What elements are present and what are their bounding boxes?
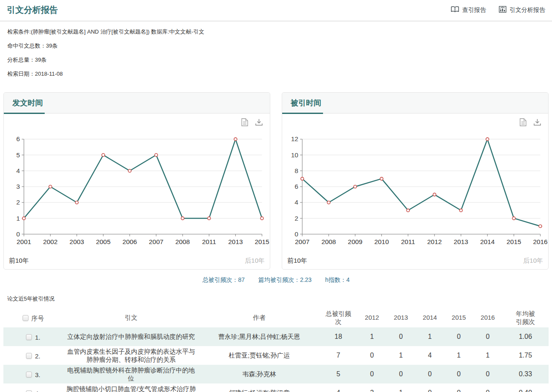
total-cited: 7	[319, 346, 358, 365]
col-avg-cited: 年均被引频次	[502, 308, 549, 327]
table-row: 3.电视辅助胸腔镜外科在肺肿瘤诊断治疗中的地位韦森;孙克林5000000.33	[3, 365, 549, 383]
svg-text:2006: 2006	[123, 238, 137, 245]
col-2012: 2012	[358, 308, 386, 327]
last-decade-label: 后10年	[245, 257, 265, 265]
row-index: 3.	[35, 371, 40, 378]
analysis-total: 分析总量：39条	[7, 56, 545, 64]
col-2014: 2014	[415, 308, 444, 327]
cited-time-title: 被引时间	[291, 99, 321, 107]
svg-text:2005: 2005	[96, 238, 111, 245]
row-index: 1.	[35, 333, 40, 341]
first-decade-label: 前10年	[9, 257, 29, 265]
svg-text:12: 12	[291, 135, 298, 142]
cited-2015: 0	[444, 365, 473, 383]
svg-text:2: 2	[295, 215, 298, 222]
svg-text:2013: 2013	[228, 238, 243, 245]
cited-2013: 0	[386, 327, 415, 346]
row-seq: 4.	[3, 383, 63, 392]
table-row: 1.立体定向放射治疗中肺肿瘤和膈肌动度的研究曹永珍;黑月林;吕仲虹;杨天恩181…	[3, 327, 549, 346]
cited-2012: 2	[358, 383, 386, 392]
report-document-icon[interactable]	[520, 118, 526, 126]
first-decade-label: 前10年	[287, 257, 307, 265]
report-document-icon[interactable]	[241, 118, 248, 126]
total-hits: 命中引文总数：39条	[7, 42, 545, 50]
check-citation-report-link[interactable]: 查引报告	[451, 6, 486, 14]
col-seq: 序号	[3, 308, 63, 327]
svg-text:2011: 2011	[202, 238, 216, 245]
citation-authors: 杜雷亚;贾钰铭;孙广运	[199, 346, 319, 365]
svg-text:2010: 2010	[375, 238, 389, 245]
cited-2012: 0	[358, 346, 386, 365]
svg-text:2016: 2016	[533, 238, 547, 245]
publication-time-panel: 发文时间 01234562001200220032005200620072008…	[3, 92, 270, 270]
row-index: 4.	[35, 389, 40, 392]
svg-text:5: 5	[16, 151, 20, 159]
check-citation-report-label: 查引报告	[462, 6, 486, 14]
citation-table: 序号 引文 作者 总被引频次 2012 2013 2014 2015 2016 …	[3, 308, 549, 392]
svg-text:0: 0	[295, 230, 298, 238]
svg-text:2015: 2015	[506, 238, 521, 245]
avg-cited-per-year: 1.75	[502, 346, 549, 365]
table-row: 4.胸腔镜辅助小切口肺血管/支气管成形术治疗肺肿瘤何建行;杨运有;陈汉章4210…	[3, 383, 549, 392]
svg-text:8: 8	[295, 167, 298, 174]
row-seq: 2.	[3, 346, 63, 365]
svg-text:2: 2	[16, 199, 20, 206]
citation-analysis-report-link[interactable]: 引文分析报告	[499, 6, 545, 14]
publication-time-panel-header: 发文时间	[4, 93, 270, 114]
cited-time-panel: 被引时间 02468101220072008200920102011201220…	[282, 92, 549, 270]
citation-authors: 何建行;杨运有;陈汉章	[199, 383, 319, 392]
last-decade-label: 后10年	[523, 257, 543, 265]
table-header-row: 序号 引文 作者 总被引频次 2012 2013 2014 2015 2016 …	[3, 308, 549, 327]
cited-2016: 0	[473, 365, 502, 383]
download-icon[interactable]	[255, 118, 263, 126]
active-tab-underline	[4, 113, 45, 114]
avg-cited-per-year: 1.06	[502, 327, 549, 346]
chart-footer: 前10年 后10年	[282, 257, 548, 269]
cited-2014: 0	[415, 383, 444, 392]
charts-row: 发文时间 01234562001200220032005200620072008…	[0, 92, 552, 270]
col-citation: 引文	[63, 308, 199, 327]
bar-chart-icon	[499, 6, 506, 14]
row-checkbox[interactable]	[26, 353, 32, 359]
svg-text:2008: 2008	[321, 238, 336, 245]
svg-text:2011: 2011	[401, 238, 415, 245]
svg-text:2002: 2002	[43, 238, 57, 245]
select-all-checkbox[interactable]	[23, 315, 29, 321]
citation-table-body: 1.立体定向放射治疗中肺肿瘤和膈肌动度的研究曹永珍;黑月林;吕仲虹;杨天恩181…	[3, 327, 549, 392]
citation-analysis-report-page: 引文分析报告 查引报告 引文分析报告 检索条件:(肺肿瘤[被引文献题名] AND…	[0, 0, 552, 392]
citation-authors: 曹永珍;黑月林;吕仲虹;杨天恩	[199, 327, 319, 346]
h-index: h指数：4	[325, 276, 350, 283]
svg-text:2013: 2013	[454, 238, 468, 245]
cited-2014: 4	[415, 346, 444, 365]
col-2016: 2016	[473, 308, 502, 327]
row-checkbox[interactable]	[26, 390, 32, 392]
citation-title: 电视辅助胸腔镜外科在肺肿瘤诊断治疗中的地位	[63, 365, 199, 383]
svg-text:2012: 2012	[427, 238, 442, 245]
cited-time-chart: 0246810122007200820092010201120122013201…	[282, 134, 548, 257]
book-icon	[451, 6, 459, 14]
table-row: 2.血管内皮素生长因子及内皮抑素的表达水平与肺肿瘤分期、转移和治疗的关系杜雷亚;…	[3, 346, 549, 365]
cited-2015: 0	[444, 383, 473, 392]
citation-title: 立体定向放射治疗中肺肿瘤和膈肌动度的研究	[63, 327, 199, 346]
svg-text:2007: 2007	[149, 238, 163, 245]
cited-2016: 1	[473, 346, 502, 365]
svg-text:2003: 2003	[69, 238, 84, 245]
svg-text:10: 10	[291, 151, 298, 159]
svg-text:0: 0	[16, 230, 20, 238]
svg-text:2008: 2008	[175, 238, 190, 245]
chart-footer: 前10年 后10年	[4, 257, 270, 269]
panel-tools	[282, 114, 548, 126]
search-date: 检索日期：2018-11-08	[7, 70, 545, 78]
cited-2014: 0	[415, 365, 444, 383]
row-checkbox[interactable]	[26, 334, 32, 340]
col-authors: 作者	[199, 308, 319, 327]
cited-2016: 0	[473, 327, 502, 346]
row-checkbox[interactable]	[26, 372, 32, 378]
citation-authors: 韦森;孙克林	[199, 365, 319, 383]
row-seq: 3.	[3, 365, 63, 383]
citation-title: 胸腔镜辅助小切口肺血管/支气管成形术治疗肺肿瘤	[63, 383, 199, 392]
cited-time-panel-header: 被引时间	[282, 93, 548, 114]
page-title: 引文分析报告	[7, 4, 58, 16]
cited-2014: 1	[415, 327, 444, 346]
download-icon[interactable]	[533, 118, 541, 126]
